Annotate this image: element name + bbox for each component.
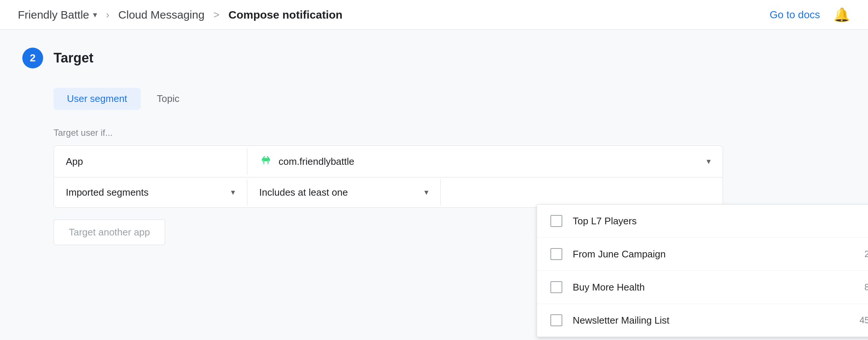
nav-right: Go to docs 🔔 bbox=[770, 7, 850, 23]
notification-bell-container: 🔔 bbox=[833, 7, 850, 23]
tab-row: User segment Topic bbox=[54, 88, 846, 110]
nav-product-label: Cloud Messaging bbox=[118, 9, 205, 21]
dropdown-item-3-count: 450,200 instances bbox=[859, 315, 868, 325]
dropdown-item-1-count: 20,500 instances bbox=[865, 249, 868, 259]
android-icon bbox=[259, 153, 273, 170]
nav-left: Friendly Battle ▾ › Cloud Messaging > Co… bbox=[18, 9, 343, 21]
segments-dropdown-panel: Top L7 Players 8,900 instances From June… bbox=[537, 204, 868, 337]
main-content: 2 Target User segment Topic Target user … bbox=[0, 30, 868, 340]
top-nav: Friendly Battle ▾ › Cloud Messaging > Co… bbox=[0, 0, 868, 30]
dropdown-item-3[interactable]: Newsletter Mailing List 450,200 instance… bbox=[537, 304, 868, 337]
notification-bell-icon[interactable]: 🔔 bbox=[833, 7, 850, 22]
nav-current-page: Compose notification bbox=[228, 9, 343, 21]
segments-row-label: Imported segments ▾ bbox=[54, 179, 247, 206]
dropdown-item-0[interactable]: Top L7 Players 8,900 instances bbox=[537, 205, 868, 238]
dropdown-item-2[interactable]: Buy More Health 80,000 instances bbox=[537, 271, 868, 304]
checkbox-top-l7[interactable] bbox=[550, 215, 562, 227]
checkbox-newsletter[interactable] bbox=[550, 314, 562, 326]
tab-user-segment[interactable]: User segment bbox=[54, 88, 141, 110]
svg-line-2 bbox=[263, 157, 265, 158]
target-table: App com.friendlybattle ▾ Imported bbox=[54, 145, 723, 208]
dropdown-item-3-name: Newsletter Mailing List bbox=[573, 315, 849, 326]
dropdown-item-0-name: Top L7 Players bbox=[573, 215, 859, 227]
segments-condition-value: Includes at least one ▾ bbox=[247, 179, 441, 206]
dropdown-item-2-name: Buy More Health bbox=[573, 282, 854, 293]
app-dropdown-chevron[interactable]: ▾ bbox=[93, 10, 97, 20]
breadcrumb-arrow: › bbox=[106, 9, 109, 21]
go-to-docs-link[interactable]: Go to docs bbox=[770, 9, 820, 21]
app-row-label: App bbox=[54, 148, 247, 175]
target-another-app-button[interactable]: Target another app bbox=[54, 219, 165, 245]
app-value-text: com.friendlybattle bbox=[279, 156, 354, 167]
step-circle: 2 bbox=[22, 48, 43, 68]
dropdown-item-2-count: 80,000 instances bbox=[865, 282, 868, 292]
dropdown-item-1-name: From June Campaign bbox=[573, 248, 854, 260]
app-name-label: Friendly Battle bbox=[18, 9, 89, 21]
breadcrumb-separator: > bbox=[213, 9, 219, 21]
condition-dropdown-arrow[interactable]: ▾ bbox=[424, 187, 428, 197]
tab-topic[interactable]: Topic bbox=[144, 88, 193, 110]
checkbox-june-campaign[interactable] bbox=[550, 248, 562, 260]
app-row-value: com.friendlybattle ▾ bbox=[247, 146, 723, 177]
section-header: 2 Target bbox=[22, 48, 846, 68]
svg-line-3 bbox=[267, 157, 269, 158]
app-dropdown-arrow[interactable]: ▾ bbox=[707, 157, 711, 166]
checkbox-buy-more-health[interactable] bbox=[550, 281, 562, 293]
table-row-app: App com.friendlybattle ▾ bbox=[54, 146, 723, 177]
segments-dropdown-arrow[interactable]: ▾ bbox=[231, 187, 235, 197]
section-title: Target bbox=[54, 50, 93, 66]
dropdown-item-1[interactable]: From June Campaign 20,500 instances bbox=[537, 238, 868, 271]
target-user-label: Target user if... bbox=[54, 128, 846, 138]
table-row-segments: Imported segments ▾ Includes at least on… bbox=[54, 177, 723, 207]
app-name[interactable]: Friendly Battle ▾ bbox=[18, 9, 97, 21]
